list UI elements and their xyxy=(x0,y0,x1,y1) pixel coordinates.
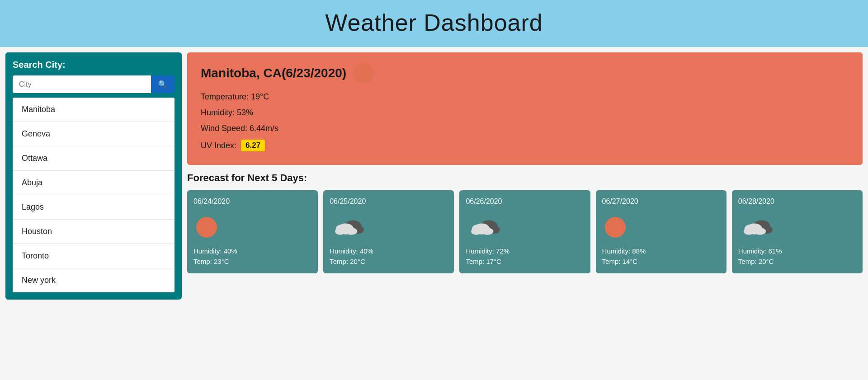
cloud-icon xyxy=(741,215,773,239)
cloud-icon xyxy=(332,215,364,239)
humidity-label: Humidity: 53% xyxy=(201,108,849,117)
wind-speed-label: Wind Speed: 6.44m/s xyxy=(201,124,849,133)
city-list-item[interactable]: Geneva xyxy=(13,122,175,146)
cloud-icon xyxy=(468,215,500,239)
city-list-item[interactable]: Toronto xyxy=(13,244,175,268)
svg-point-19 xyxy=(754,228,766,235)
svg-point-13 xyxy=(472,225,482,233)
forecast-date: 06/24/2020 xyxy=(193,197,311,206)
forecast-card: 06/27/2020 Humidity: 88% Temp: 14°C xyxy=(596,190,726,273)
forecast-temp: Temp: 23°C xyxy=(193,258,311,265)
uv-badge: 6.27 xyxy=(241,140,265,151)
svg-point-5 xyxy=(345,228,357,235)
city-list-item[interactable]: Ottawa xyxy=(13,146,175,171)
sun-icon xyxy=(196,217,217,238)
forecast-icon-area xyxy=(466,214,584,241)
forecast-card: 06/28/2020 Humidity: 61% Temp: 20°C xyxy=(732,190,863,273)
forecast-date: 06/26/2020 xyxy=(466,197,584,206)
current-weather-header: Manitoba, CA(6/23/2020) xyxy=(201,63,849,83)
search-row: 🔍 xyxy=(13,75,175,93)
page-title: Weather Dashboard xyxy=(0,9,868,36)
forecast-temp: Temp: 20°C xyxy=(738,258,856,265)
right-panel: Manitoba, CA(6/23/2020) Temperature: 19°… xyxy=(187,52,863,273)
search-button[interactable]: 🔍 xyxy=(151,75,175,93)
uv-row: UV Index: 6.27 xyxy=(201,140,849,151)
forecast-temp: Temp: 20°C xyxy=(330,258,448,265)
forecast-icon-area xyxy=(330,214,448,241)
forecast-icon-area xyxy=(738,214,856,241)
uv-label: UV Index: xyxy=(201,141,236,150)
city-list-item[interactable]: Lagos xyxy=(13,195,175,220)
forecast-title: Forecast for Next 5 Days: xyxy=(187,172,863,184)
sidebar: Search City: 🔍 ManitobaGenevaOttawaAbuja… xyxy=(5,52,182,300)
forecast-temp: Temp: 14°C xyxy=(602,258,720,265)
current-sun-icon xyxy=(354,63,373,83)
forecast-humidity: Humidity: 72% xyxy=(466,247,584,255)
forecast-humidity: Humidity: 61% xyxy=(738,247,856,255)
temperature-label: Temperature: 19°C xyxy=(201,92,849,102)
city-list: ManitobaGenevaOttawaAbujaLagosHoustonTor… xyxy=(13,98,175,292)
forecast-humidity: Humidity: 40% xyxy=(193,247,311,255)
forecast-humidity: Humidity: 88% xyxy=(602,247,720,255)
sidebar-title: Search City: xyxy=(13,60,175,70)
forecast-date: 06/28/2020 xyxy=(738,197,856,206)
city-list-item[interactable]: Abuja xyxy=(13,171,175,195)
city-list-item[interactable]: New york xyxy=(13,268,175,292)
forecast-icon-area xyxy=(193,214,311,241)
forecast-card: 06/24/2020 Humidity: 40% Temp: 23°C xyxy=(187,190,318,273)
city-list-item[interactable]: Houston xyxy=(13,220,175,244)
forecast-card: 06/25/2020 Humidity: 40% Temp: 20°C xyxy=(323,190,454,273)
header: Weather Dashboard xyxy=(0,0,868,47)
city-list-item[interactable]: Manitoba xyxy=(13,98,175,122)
search-input[interactable] xyxy=(13,75,151,93)
svg-point-12 xyxy=(481,228,493,235)
main-content: Search City: 🔍 ManitobaGenevaOttawaAbuja… xyxy=(0,47,868,305)
svg-point-20 xyxy=(745,225,755,233)
forecast-icon-area xyxy=(602,214,720,241)
forecast-temp: Temp: 17°C xyxy=(466,258,584,265)
forecast-card: 06/26/2020 Humidity: 72% Temp: 17°C xyxy=(459,190,590,273)
current-weather-card: Manitoba, CA(6/23/2020) Temperature: 19°… xyxy=(187,52,863,165)
sun-icon xyxy=(605,217,626,238)
forecast-date: 06/25/2020 xyxy=(330,197,448,206)
current-city-name: Manitoba, CA(6/23/2020) xyxy=(201,66,346,80)
forecast-humidity: Humidity: 40% xyxy=(330,247,448,255)
svg-point-6 xyxy=(336,225,346,233)
search-icon: 🔍 xyxy=(158,80,167,88)
forecast-cards: 06/24/2020 Humidity: 40% Temp: 23°C 06/2… xyxy=(187,190,863,273)
forecast-section: Forecast for Next 5 Days: 06/24/2020 Hum… xyxy=(187,172,863,273)
forecast-date: 06/27/2020 xyxy=(602,197,720,206)
